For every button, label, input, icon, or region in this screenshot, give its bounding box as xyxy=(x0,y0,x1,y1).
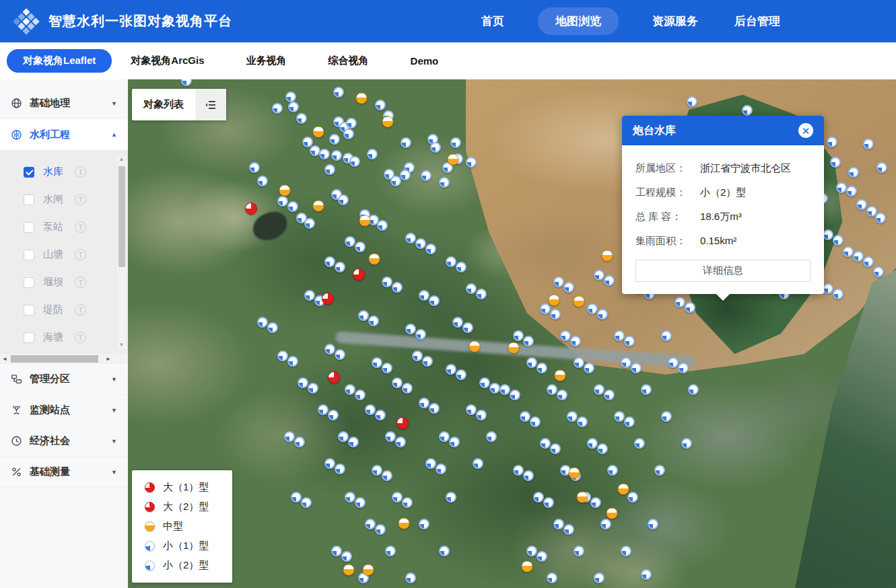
reservoir-marker-small[interactable] xyxy=(607,465,618,476)
reservoir-marker-small[interactable] xyxy=(324,164,335,175)
reservoir-marker-small[interactable] xyxy=(584,363,594,373)
reservoir-marker-small[interactable] xyxy=(429,295,440,306)
reservoir-marker-small[interactable] xyxy=(277,351,288,361)
reservoir-marker-small[interactable] xyxy=(181,79,192,86)
layer-item-6[interactable]: 堤防T xyxy=(0,296,128,324)
reservoir-marker-small[interactable] xyxy=(675,297,685,307)
reservoir-marker-small[interactable] xyxy=(543,497,554,508)
reservoir-marker-small[interactable] xyxy=(343,128,354,139)
reservoir-marker-small[interactable] xyxy=(287,356,298,367)
checkbox[interactable] xyxy=(24,167,34,178)
reservoir-marker-small[interactable] xyxy=(523,470,534,481)
reservoir-marker-small[interactable] xyxy=(836,182,847,193)
reservoir-marker-small[interactable] xyxy=(333,87,344,98)
reservoir-marker-small[interactable] xyxy=(823,283,833,294)
reservoir-marker-small[interactable] xyxy=(355,497,366,508)
reservoir-marker-small[interactable] xyxy=(392,492,403,503)
tab-3[interactable]: 业务视角 xyxy=(245,49,288,73)
reservoir-marker-small[interactable] xyxy=(685,302,695,313)
reservoir-marker-small[interactable] xyxy=(328,410,339,420)
reservoir-marker-small[interactable] xyxy=(446,364,456,375)
reservoir-marker-small[interactable] xyxy=(449,437,460,447)
reservoir-marker-small[interactable] xyxy=(294,437,305,447)
reservoir-marker-medium[interactable] xyxy=(549,295,560,306)
reservoir-marker-small[interactable] xyxy=(641,384,652,395)
nav-item-3[interactable]: 资源服务 xyxy=(650,7,701,35)
reservoir-marker-small[interactable] xyxy=(331,150,342,161)
reservoir-marker-small[interactable] xyxy=(627,492,638,503)
reservoir-marker-small[interactable] xyxy=(856,199,867,210)
reservoir-marker-small[interactable] xyxy=(681,438,692,449)
reservoir-marker-small[interactable] xyxy=(338,431,349,442)
reservoir-marker-small[interactable] xyxy=(473,458,483,469)
reservoir-marker-small[interactable] xyxy=(385,431,396,442)
reservoir-marker-small[interactable] xyxy=(335,262,345,272)
reservoir-marker-small[interactable] xyxy=(319,149,330,159)
reservoir-marker-small[interactable] xyxy=(390,176,401,186)
reservoir-marker-small[interactable] xyxy=(875,213,886,223)
reservoir-marker-small[interactable] xyxy=(405,573,416,583)
reservoir-marker-small[interactable] xyxy=(382,363,392,373)
reservoir-marker-small[interactable] xyxy=(570,336,581,346)
reservoir-marker-small[interactable] xyxy=(345,492,355,503)
reservoir-marker-small[interactable] xyxy=(520,411,530,422)
reservoir-marker-small[interactable] xyxy=(624,416,635,427)
sidebar-group-2[interactable]: 水利工程▲ xyxy=(0,119,128,150)
reservoir-marker-small[interactable] xyxy=(446,256,456,267)
reservoir-marker-medium[interactable] xyxy=(469,341,481,353)
reservoir-marker-small[interactable] xyxy=(345,384,355,395)
reservoir-marker-medium[interactable] xyxy=(618,484,629,495)
reservoir-marker-small[interactable] xyxy=(848,167,859,178)
reservoir-marker-small[interactable] xyxy=(291,492,302,503)
reservoir-marker-small[interactable] xyxy=(402,497,413,508)
reservoir-marker-small[interactable] xyxy=(540,438,551,449)
reservoir-marker-small[interactable] xyxy=(287,201,298,212)
reservoir-marker-small[interactable] xyxy=(661,411,672,422)
layer-item-3[interactable]: 泵站T xyxy=(0,213,128,241)
reservoir-marker-small[interactable] xyxy=(345,236,355,247)
reservoir-marker-small[interactable] xyxy=(331,546,342,556)
reservoir-marker-medium[interactable] xyxy=(363,564,374,576)
horizontal-scrollbar[interactable]: ◄► xyxy=(0,354,128,364)
circled-t-icon[interactable]: T xyxy=(75,166,86,178)
reservoir-marker-small[interactable] xyxy=(400,170,411,180)
reservoir-marker-medium[interactable] xyxy=(359,215,371,227)
reservoir-marker-small[interactable] xyxy=(452,317,463,328)
reservoir-marker-small[interactable] xyxy=(476,410,487,420)
reservoir-marker-small[interactable] xyxy=(329,134,340,145)
reservoir-marker-small[interactable] xyxy=(537,363,547,373)
reservoir-marker-medium[interactable] xyxy=(607,508,618,519)
reservoir-marker-small[interactable] xyxy=(648,519,658,529)
reservoir-marker-small[interactable] xyxy=(257,317,268,328)
reservoir-marker-small[interactable] xyxy=(324,458,335,469)
reservoir-marker-small[interactable] xyxy=(382,277,392,287)
reservoir-marker-small[interactable] xyxy=(372,465,382,476)
reservoir-marker-small[interactable] xyxy=(641,569,652,580)
checkbox[interactable] xyxy=(24,305,34,316)
sidebar-group-3[interactable]: 管理分区▼ xyxy=(0,364,128,395)
reservoir-marker-small[interactable] xyxy=(301,497,312,508)
reservoir-marker-small[interactable] xyxy=(513,465,524,476)
reservoir-marker-small[interactable] xyxy=(338,194,349,205)
list-icon[interactable] xyxy=(195,89,226,120)
reservoir-marker-medium[interactable] xyxy=(343,564,355,576)
reservoir-marker-small[interactable] xyxy=(341,551,352,562)
reservoir-marker-small[interactable] xyxy=(446,492,456,503)
reservoir-marker-small[interactable] xyxy=(436,464,446,474)
reservoir-marker-small[interactable] xyxy=(823,229,833,240)
reservoir-marker-small[interactable] xyxy=(365,404,376,415)
reservoir-marker-small[interactable] xyxy=(285,91,296,102)
reservoir-marker-small[interactable] xyxy=(348,437,359,447)
reservoir-marker-small[interactable] xyxy=(296,113,307,124)
tab-5[interactable]: Demo xyxy=(409,50,440,72)
reservoir-marker-small[interactable] xyxy=(304,290,315,301)
reservoir-marker-small[interactable] xyxy=(631,363,642,373)
reservoir-marker-medium[interactable] xyxy=(369,254,380,265)
reservoir-marker-small[interactable] xyxy=(318,404,329,415)
reservoir-marker-small[interactable] xyxy=(375,100,386,110)
reservoir-marker-small[interactable] xyxy=(430,142,441,153)
circled-t-icon[interactable]: T xyxy=(75,277,86,288)
reservoir-marker-medium[interactable] xyxy=(356,93,368,104)
checkbox[interactable] xyxy=(24,250,34,260)
circled-t-icon[interactable]: T xyxy=(75,221,86,233)
